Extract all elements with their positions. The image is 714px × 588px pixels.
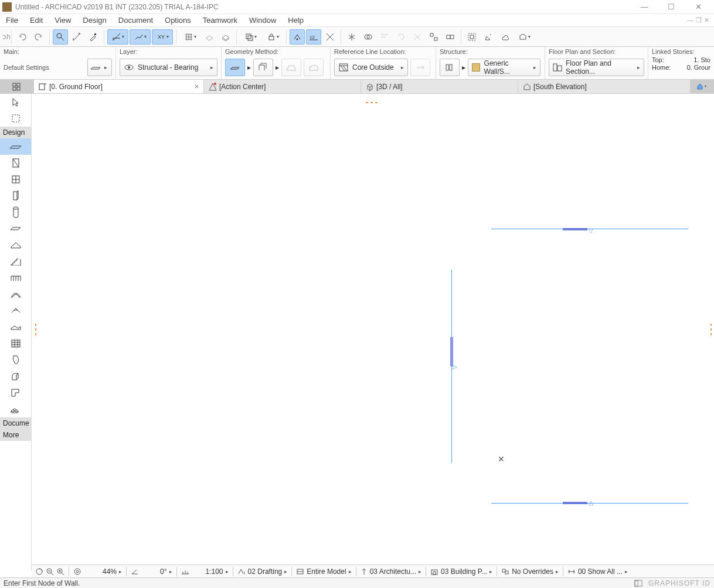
geom-poly[interactable] [304,59,324,76]
zone-tool[interactable] [0,385,31,401]
curtain-tool[interactable] [0,335,31,352]
wall-options-button[interactable]: ▾ [514,29,535,45]
floorplan-dropdown[interactable]: Floor Plan and Section... ▸ [549,59,644,76]
scale-value[interactable]: 1:100 [206,567,223,576]
box-button[interactable]: ▾ [240,29,261,45]
chevron-icon[interactable]: ▸ [556,569,559,575]
edit-button[interactable] [481,29,496,45]
menu-window[interactable]: Window [243,16,282,25]
pick-button[interactable] [53,29,68,45]
menu-help[interactable]: Help [282,16,310,25]
split-button[interactable] [344,29,359,45]
wall-icon-button[interactable]: ▸ [87,59,112,76]
drafting-value[interactable]: 02 Drafting [248,567,283,576]
menu-edit[interactable]: Edit [24,16,49,25]
ruler12-button[interactable]: 12 [306,29,321,45]
refline-dropdown[interactable]: Core Outside ▸ [334,59,408,76]
orbit-button[interactable] [35,567,43,576]
zoom-in-button[interactable] [56,567,64,576]
structure-dropdown[interactable]: Generic Wall/S... ▸ [468,59,540,76]
section-more[interactable]: More [0,429,31,441]
wall-tool[interactable] [0,138,31,155]
measure-button[interactable] [69,29,84,45]
marquee-tool[interactable] [0,110,31,127]
snap-button[interactable] [290,29,305,45]
chevron-icon[interactable]: ▸ [119,569,122,575]
cloud-button[interactable] [497,29,512,45]
maximize-button[interactable]: ☐ [658,0,685,14]
mesh-tool[interactable] [0,319,31,335]
menu-view[interactable]: View [49,16,77,25]
layer-plane-button[interactable] [218,29,233,45]
chevron-icon[interactable]: ▸ [625,569,628,575]
rotate-button[interactable] [393,29,409,45]
mdi-minimize-icon[interactable]: — [687,16,693,24]
tab-action-center[interactable]: [Action Center] [204,80,361,93]
tab-end-button[interactable] [691,80,714,93]
eyedropper-button[interactable] [86,29,101,45]
section-document[interactable]: Docume [0,417,31,429]
brand-text[interactable]: GRAPHISOFT ID [648,579,710,587]
structure-basic[interactable] [440,59,460,76]
model-value[interactable]: Entire Model [307,567,346,576]
refline-flip[interactable] [410,59,430,76]
close-button[interactable]: ✕ [685,0,712,14]
chevron-icon[interactable]: ▸ [226,569,229,575]
xy-button[interactable]: XY▾ [152,29,173,45]
lock-button[interactable]: ▾ [262,29,283,45]
menu-options[interactable]: Options [159,16,197,25]
showall-value[interactable]: 00 Show All ... [578,567,623,576]
railing-tool[interactable] [0,270,31,286]
attach-button[interactable] [443,29,458,45]
chevron-icon[interactable]: ▸ [489,569,492,575]
geom-trapezoid[interactable] [281,59,301,76]
undo-button[interactable] [15,29,30,45]
redo-button[interactable] [31,29,46,45]
plane-button[interactable] [202,29,217,45]
grid-element-tool[interactable] [0,401,31,417]
beam-tool[interactable] [0,204,31,220]
morph-tool[interactable] [0,352,31,368]
slab-tool[interactable] [0,220,31,237]
close-tab-icon[interactable]: × [195,83,199,91]
chevron-icon[interactable]: ▸ [169,569,172,575]
minimize-button[interactable]: — [631,0,658,14]
menu-design[interactable]: Design [77,16,112,25]
panel-icon[interactable] [634,580,642,587]
drawing-canvas[interactable]: ▽ ▷ ✕ △ [32,94,714,570]
chevron-icon[interactable]: ▸ [284,569,287,575]
menu-document[interactable]: Document [113,16,159,25]
menu-teamwork[interactable]: Teamwork [197,16,243,25]
align-button[interactable] [377,29,392,45]
skylight-tool[interactable] [0,303,31,319]
overrides-value[interactable]: No Overrides [512,567,553,576]
chevron-icon[interactable]: ▸ [349,569,352,575]
tab-3d[interactable]: [3D / All] [361,80,518,93]
mdi-close-icon[interactable]: ✕ [704,16,709,24]
menu-file[interactable]: File [0,16,24,25]
trim-button[interactable] [322,29,338,45]
tab-overview[interactable] [0,80,34,93]
zoom-out-button[interactable] [46,567,54,576]
section-design[interactable]: Design [0,127,31,138]
grid-button[interactable]: ▾ [179,29,200,45]
intersect-button[interactable] [361,29,376,45]
arrow-tool[interactable] [0,94,31,110]
tab-ground-floor[interactable]: [0. Ground Floor] × [34,80,204,93]
angle-value[interactable]: 0° [160,567,166,576]
group-button[interactable] [464,29,480,45]
chevron-icon[interactable]: ▸ [419,569,421,575]
geom-curved[interactable] [253,59,273,76]
mdi-restore-icon[interactable]: ❐ [696,16,702,24]
layer-dropdown[interactable]: Structural - Bearing ▸ [120,59,217,76]
column-tool[interactable] [0,188,31,204]
array-button[interactable] [426,29,441,45]
mirror-button[interactable] [410,29,425,45]
window-tool[interactable] [0,171,31,188]
building-value[interactable]: 03 Building P... [441,567,487,576]
shell-tool[interactable] [0,286,31,303]
roof-tool[interactable] [0,237,31,253]
arch-value[interactable]: 03 Architectu... [370,567,416,576]
geom-straight[interactable] [225,59,245,76]
chart-button[interactable]: ▾ [130,29,151,45]
